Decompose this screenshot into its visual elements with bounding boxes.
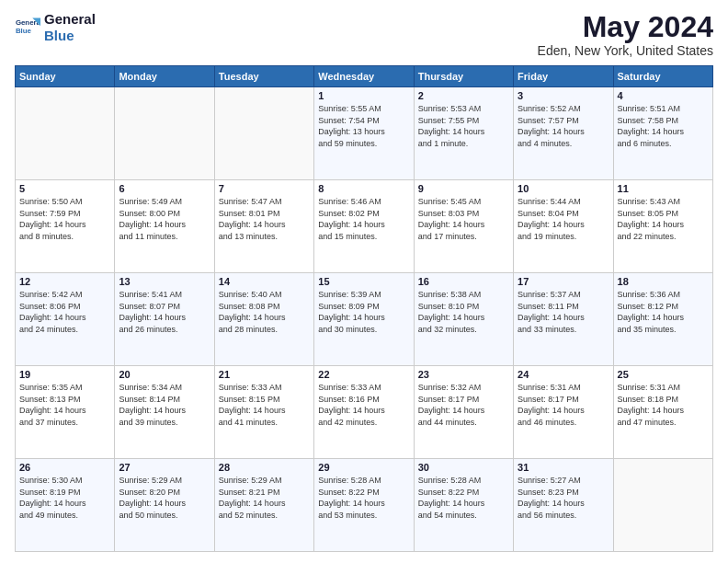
- day-info-line: and 8 minutes.: [19, 231, 110, 243]
- weekday-header-friday: Friday: [514, 66, 613, 87]
- day-info-line: Sunset: 7:58 PM: [618, 115, 709, 127]
- day-number: 14: [219, 276, 310, 287]
- day-info-line: Daylight: 14 hours: [518, 126, 609, 138]
- day-info-line: Sunrise: 5:39 AM: [318, 289, 409, 301]
- day-info-line: and 24 minutes.: [19, 324, 110, 336]
- calendar-cell-w1d2: 7Sunrise: 5:47 AMSunset: 8:01 PMDaylight…: [214, 180, 313, 273]
- day-info-line: Sunrise: 5:55 AM: [318, 103, 409, 115]
- day-info-line: Daylight: 14 hours: [19, 219, 110, 231]
- day-info-line: Sunset: 8:23 PM: [518, 487, 609, 499]
- day-info-line: Daylight: 14 hours: [19, 405, 110, 417]
- day-info-line: Daylight: 14 hours: [418, 126, 509, 138]
- day-info-line: and 56 minutes.: [518, 510, 609, 522]
- calendar-cell-w0d4: 2Sunrise: 5:53 AMSunset: 7:55 PMDaylight…: [414, 87, 513, 180]
- day-info-line: Sunset: 8:15 PM: [219, 394, 310, 406]
- calendar-cell-w4d0: 26Sunrise: 5:30 AMSunset: 8:19 PMDayligh…: [16, 459, 115, 552]
- day-info-line: and 30 minutes.: [318, 324, 409, 336]
- day-info-line: Daylight: 14 hours: [119, 219, 210, 231]
- page: General Blue General Blue May 2024 Eden,…: [0, 0, 728, 563]
- day-info-line: and 4 minutes.: [518, 138, 609, 150]
- day-info-line: Sunset: 8:09 PM: [318, 301, 409, 313]
- day-info-line: Sunrise: 5:40 AM: [219, 289, 310, 301]
- day-info-line: Daylight: 14 hours: [618, 312, 709, 324]
- day-info-line: Daylight: 13 hours: [318, 126, 409, 138]
- day-number: 19: [19, 369, 110, 380]
- day-info-line: and 54 minutes.: [418, 510, 509, 522]
- day-info-line: Sunset: 8:11 PM: [518, 301, 609, 313]
- day-info-line: Sunset: 8:17 PM: [418, 394, 509, 406]
- svg-text:Blue: Blue: [16, 27, 32, 35]
- day-info-line: and 1 minute.: [418, 138, 509, 150]
- day-info-line: Sunrise: 5:36 AM: [618, 289, 709, 301]
- calendar-cell-w1d5: 10Sunrise: 5:44 AMSunset: 8:04 PMDayligh…: [514, 180, 613, 273]
- day-info-line: Sunset: 8:14 PM: [119, 394, 210, 406]
- day-info-line: Daylight: 14 hours: [219, 405, 310, 417]
- calendar-cell-w4d2: 28Sunrise: 5:29 AMSunset: 8:21 PMDayligh…: [214, 459, 313, 552]
- day-info-line: Sunrise: 5:50 AM: [19, 196, 110, 208]
- day-info-line: Sunset: 8:16 PM: [318, 394, 409, 406]
- day-info-line: Sunrise: 5:51 AM: [618, 103, 709, 115]
- calendar-cell-w1d6: 11Sunrise: 5:43 AMSunset: 8:05 PMDayligh…: [613, 180, 712, 273]
- day-number: 2: [418, 90, 509, 101]
- logo-line2: Blue: [44, 28, 96, 44]
- day-info-line: Sunset: 8:18 PM: [618, 394, 709, 406]
- calendar-cell-w1d4: 9Sunrise: 5:45 AMSunset: 8:03 PMDaylight…: [414, 180, 513, 273]
- day-info-line: and 52 minutes.: [219, 510, 310, 522]
- day-info-line: Daylight: 14 hours: [518, 498, 609, 510]
- day-number: 22: [318, 369, 409, 380]
- day-number: 18: [618, 276, 709, 287]
- calendar-cell-w1d1: 6Sunrise: 5:49 AMSunset: 8:00 PMDaylight…: [115, 180, 214, 273]
- day-info-line: and 15 minutes.: [318, 231, 409, 243]
- weekday-header-row: SundayMondayTuesdayWednesdayThursdayFrid…: [16, 66, 713, 87]
- day-number: 30: [418, 462, 509, 473]
- day-info-line: Sunrise: 5:29 AM: [119, 475, 210, 487]
- calendar-cell-w3d5: 24Sunrise: 5:31 AMSunset: 8:17 PMDayligh…: [514, 366, 613, 459]
- day-info-line: Sunrise: 5:29 AM: [219, 475, 310, 487]
- calendar-cell-w2d4: 16Sunrise: 5:38 AMSunset: 8:10 PMDayligh…: [414, 273, 513, 366]
- day-number: 17: [518, 276, 609, 287]
- day-number: 16: [418, 276, 509, 287]
- calendar-cell-w2d1: 13Sunrise: 5:41 AMSunset: 8:07 PMDayligh…: [115, 273, 214, 366]
- day-info-line: Sunset: 8:13 PM: [19, 394, 110, 406]
- day-info-line: Daylight: 14 hours: [19, 498, 110, 510]
- day-info-line: Sunrise: 5:32 AM: [418, 382, 509, 394]
- logo-line1: General: [44, 11, 96, 28]
- day-info-line: Sunset: 7:57 PM: [518, 115, 609, 127]
- calendar-cell-w1d0: 5Sunrise: 5:50 AMSunset: 7:59 PMDaylight…: [16, 180, 115, 273]
- day-number: 11: [618, 183, 709, 194]
- day-info-line: Daylight: 14 hours: [518, 312, 609, 324]
- calendar-cell-w2d3: 15Sunrise: 5:39 AMSunset: 8:09 PMDayligh…: [314, 273, 414, 366]
- calendar-cell-w0d1: [115, 87, 214, 180]
- day-info-line: Sunset: 7:55 PM: [418, 115, 509, 127]
- calendar-week-4: 26Sunrise: 5:30 AMSunset: 8:19 PMDayligh…: [16, 459, 713, 552]
- day-info-line: and 41 minutes.: [219, 417, 310, 429]
- calendar-cell-w0d2: [214, 87, 313, 180]
- day-info-line: Sunrise: 5:37 AM: [518, 289, 609, 301]
- weekday-header-saturday: Saturday: [613, 66, 712, 87]
- day-info-line: Daylight: 14 hours: [19, 312, 110, 324]
- day-info-line: Sunrise: 5:41 AM: [119, 289, 210, 301]
- calendar-cell-w3d0: 19Sunrise: 5:35 AMSunset: 8:13 PMDayligh…: [16, 366, 115, 459]
- day-info-line: Sunrise: 5:47 AM: [219, 196, 310, 208]
- day-info-line: and 13 minutes.: [219, 231, 310, 243]
- day-number: 25: [618, 369, 709, 380]
- weekday-header-tuesday: Tuesday: [214, 66, 313, 87]
- day-info-line: Daylight: 14 hours: [119, 405, 210, 417]
- calendar-cell-w4d5: 31Sunrise: 5:27 AMSunset: 8:23 PMDayligh…: [514, 459, 613, 552]
- day-info-line: and 26 minutes.: [119, 324, 210, 336]
- day-number: 24: [518, 369, 609, 380]
- calendar-cell-w0d3: 1Sunrise: 5:55 AMSunset: 7:54 PMDaylight…: [314, 87, 414, 180]
- calendar-cell-w0d0: [16, 87, 115, 180]
- day-number: 12: [19, 276, 110, 287]
- day-info-line: Daylight: 14 hours: [318, 498, 409, 510]
- day-info-line: Sunrise: 5:34 AM: [119, 382, 210, 394]
- day-number: 4: [618, 90, 709, 101]
- calendar-cell-w2d6: 18Sunrise: 5:36 AMSunset: 8:12 PMDayligh…: [613, 273, 712, 366]
- calendar-cell-w0d5: 3Sunrise: 5:52 AMSunset: 7:57 PMDaylight…: [514, 87, 613, 180]
- day-info-line: Sunrise: 5:49 AM: [119, 196, 210, 208]
- day-info-line: Daylight: 14 hours: [318, 312, 409, 324]
- day-info-line: Sunset: 8:12 PM: [618, 301, 709, 313]
- weekday-header-sunday: Sunday: [16, 66, 115, 87]
- day-number: 6: [119, 183, 210, 194]
- title-section: May 2024 Eden, New York, United States: [538, 11, 713, 58]
